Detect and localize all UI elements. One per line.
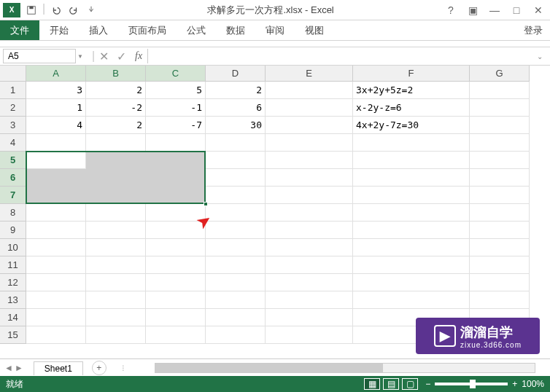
row-header-15[interactable]: 15 <box>0 326 26 344</box>
cell-D5[interactable] <box>206 152 266 169</box>
minimize-button[interactable]: — <box>486 2 503 18</box>
cell-D7[interactable] <box>206 187 266 204</box>
zoom-level[interactable]: 100% <box>522 379 544 389</box>
cell-G1[interactable] <box>470 82 530 99</box>
row-header-7[interactable]: 7 <box>0 187 26 204</box>
cell-F12[interactable] <box>353 274 470 291</box>
cell-G11[interactable] <box>470 256 530 274</box>
cell-E9[interactable] <box>266 222 353 239</box>
column-header-c[interactable]: C <box>146 66 206 82</box>
cell-F11[interactable] <box>353 256 470 274</box>
page-layout-view-button[interactable]: ▤ <box>383 378 399 390</box>
tab-home[interactable]: 开始 <box>39 20 79 40</box>
zoom-in-button[interactable]: + <box>512 379 517 389</box>
login-button[interactable]: 登录 <box>516 20 550 40</box>
cell-D12[interactable] <box>206 274 266 291</box>
touch-mode-button[interactable] <box>83 2 99 18</box>
cell-E3[interactable] <box>266 117 353 134</box>
cell-B14[interactable] <box>86 309 146 326</box>
cell-A5[interactable] <box>26 152 86 169</box>
cell-F3[interactable]: 4x+2y-7z=30 <box>353 117 470 134</box>
cell-B9[interactable] <box>86 222 146 239</box>
cell-E13[interactable] <box>266 291 353 309</box>
column-header-g[interactable]: G <box>470 66 530 82</box>
cell-E15[interactable] <box>266 326 353 344</box>
cell-D2[interactable]: 6 <box>206 99 266 117</box>
cell-B13[interactable] <box>86 291 146 309</box>
expand-formula-bar-button[interactable]: ⌄ <box>532 52 547 60</box>
row-header-9[interactable]: 9 <box>0 222 26 239</box>
cell-E4[interactable] <box>266 134 353 152</box>
cell-B7[interactable] <box>86 187 146 204</box>
normal-view-button[interactable]: ▦ <box>364 378 380 390</box>
cell-E2[interactable] <box>266 99 353 117</box>
cell-A1[interactable]: 3 <box>26 82 86 99</box>
cell-E10[interactable] <box>266 239 353 256</box>
cell-C12[interactable] <box>146 274 206 291</box>
cell-F5[interactable] <box>353 152 470 169</box>
name-box[interactable]: A5 <box>3 49 76 63</box>
tab-review[interactable]: 审阅 <box>255 20 295 40</box>
redo-button[interactable] <box>66 2 82 18</box>
column-header-b[interactable]: B <box>86 66 146 82</box>
cell-G4[interactable] <box>470 134 530 152</box>
cell-F6[interactable] <box>353 169 470 187</box>
cell-A14[interactable] <box>26 309 86 326</box>
tab-file[interactable]: 文件 <box>0 20 39 40</box>
row-header-1[interactable]: 1 <box>0 82 26 99</box>
cell-C10[interactable] <box>146 239 206 256</box>
name-box-dropdown-icon[interactable]: ▼ <box>77 53 83 60</box>
sheet-nav-next-icon[interactable]: ► <box>15 363 23 373</box>
cell-C6[interactable] <box>146 169 206 187</box>
row-header-10[interactable]: 10 <box>0 239 26 256</box>
cell-C4[interactable] <box>146 134 206 152</box>
cell-A3[interactable]: 4 <box>26 117 86 134</box>
column-header-d[interactable]: D <box>206 66 266 82</box>
page-break-view-button[interactable]: ▢ <box>402 378 418 390</box>
cell-B15[interactable] <box>86 326 146 344</box>
cell-F7[interactable] <box>353 187 470 204</box>
cell-A8[interactable] <box>26 204 86 222</box>
row-header-12[interactable]: 12 <box>0 274 26 291</box>
select-all-button[interactable] <box>0 66 26 82</box>
tab-data[interactable]: 数据 <box>216 20 255 40</box>
cell-D1[interactable]: 2 <box>206 82 266 99</box>
cell-G9[interactable] <box>470 222 530 239</box>
cell-E14[interactable] <box>266 309 353 326</box>
cell-D15[interactable] <box>206 326 266 344</box>
cell-D6[interactable] <box>206 169 266 187</box>
cell-C3[interactable]: -7 <box>146 117 206 134</box>
cell-D14[interactable] <box>206 309 266 326</box>
cell-B1[interactable]: 2 <box>86 82 146 99</box>
cell-A4[interactable] <box>26 134 86 152</box>
save-button[interactable] <box>23 2 39 18</box>
cell-A12[interactable] <box>26 274 86 291</box>
cell-A7[interactable] <box>26 187 86 204</box>
cell-E6[interactable] <box>266 169 353 187</box>
row-header-6[interactable]: 6 <box>0 169 26 187</box>
cell-C14[interactable] <box>146 309 206 326</box>
cell-E5[interactable] <box>266 152 353 169</box>
cell-G10[interactable] <box>470 239 530 256</box>
cell-F2[interactable]: x-2y-z=6 <box>353 99 470 117</box>
cell-C7[interactable] <box>146 187 206 204</box>
cell-A11[interactable] <box>26 256 86 274</box>
cell-G8[interactable] <box>470 204 530 222</box>
row-header-2[interactable]: 2 <box>0 99 26 117</box>
help-button[interactable]: ? <box>442 2 460 18</box>
row-header-11[interactable]: 11 <box>0 256 26 274</box>
cell-D4[interactable] <box>206 134 266 152</box>
cell-A2[interactable]: 1 <box>26 99 86 117</box>
sheet-tab-sheet1[interactable]: Sheet1 <box>34 361 83 375</box>
row-header-14[interactable]: 14 <box>0 309 26 326</box>
formula-input[interactable] <box>147 49 532 63</box>
cell-D13[interactable] <box>206 291 266 309</box>
row-header-13[interactable]: 13 <box>0 291 26 309</box>
tab-insert[interactable]: 插入 <box>79 20 118 40</box>
cell-F9[interactable] <box>353 222 470 239</box>
cell-B2[interactable]: -2 <box>86 99 146 117</box>
column-header-f[interactable]: F <box>353 66 470 82</box>
insert-function-button[interactable]: fx <box>130 49 147 63</box>
fill-handle[interactable] <box>204 202 208 206</box>
cell-C15[interactable] <box>146 326 206 344</box>
